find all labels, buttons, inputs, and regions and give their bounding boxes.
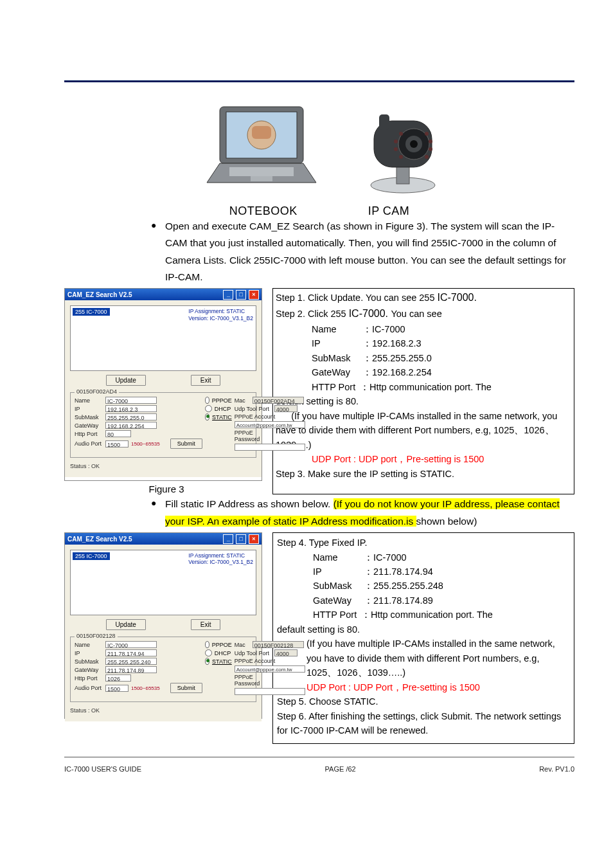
ip-l: IP (313, 565, 361, 579)
instruction-box-1: Step 1. Click Update. You can see 255 IC… (272, 288, 574, 494)
udptool-input: 4000 (274, 405, 298, 412)
pppoe-password-input[interactable] (235, 688, 305, 695)
ip-assignment: IP Assignment: STATIC (188, 552, 253, 559)
window-buttons: _ □ × (222, 534, 259, 544)
sub-v: ：255.255.255.248 (364, 581, 443, 591)
page-footer: IC-7000 USER'S GUIDE PAGE /62 Rev. PV1.0 (64, 763, 574, 786)
window-buttons: _ □ × (222, 290, 259, 300)
udptool-label: Udp Tool Port (235, 650, 272, 656)
figure-caption: Figure 3 (64, 481, 269, 494)
http-v: ：Http communication port. The (361, 610, 493, 620)
udp-text: UDP Port : UDP Port，Pre-setting is 1500 (277, 680, 569, 694)
step4: Step 4. Type Fixed IP. (277, 536, 569, 550)
svg-rect-5 (229, 167, 294, 176)
sub-l: SubMask (313, 579, 361, 593)
svg-rect-6 (251, 176, 272, 181)
camera-list[interactable]: 255 IC-7000 IP Assignment: STATIC Versio… (70, 305, 256, 371)
maximize-icon[interactable]: □ (236, 534, 246, 544)
step2-a: Step 2. Click 255 (276, 309, 349, 319)
gateway-label: GateWay (75, 422, 103, 429)
pppoe-account-label: PPPoE Account (235, 413, 277, 420)
ip-assignment: IP Assignment: STATIC (188, 308, 253, 314)
submit-button[interactable]: Submit (170, 439, 202, 449)
pppoe-radio[interactable] (205, 641, 209, 648)
step3: Step 3. Make sure the IP setting is STAT… (276, 467, 570, 481)
exit-button[interactable]: Exit (191, 619, 221, 630)
http-def: default setting is 80. (276, 394, 570, 408)
ip-l: IP (312, 336, 360, 350)
submask-input[interactable]: 255.255.255.0 (105, 413, 157, 420)
gw-l: GateWay (313, 593, 361, 608)
window-title: CAM_EZ Search V2.5 (67, 536, 132, 543)
svg-rect-3 (252, 126, 271, 139)
httpport-input[interactable]: 1026 (105, 674, 131, 682)
svg-point-13 (399, 132, 403, 136)
update-button[interactable]: Update (106, 619, 146, 630)
pppoe-label: PPPOE (212, 397, 232, 404)
dhcp-radio[interactable] (205, 649, 212, 656)
dhcp-radio[interactable] (205, 405, 212, 412)
close-icon[interactable]: × (249, 534, 259, 544)
screenshot-2: CAM_EZ Search V2.5 _ □ × 255 IC-7000 IP … (64, 532, 262, 719)
step1-a: Step 1. Click Update. You can see 255 (276, 293, 438, 303)
ip-input[interactable]: 192.168.2.3 (105, 405, 157, 412)
svg-point-19 (429, 147, 432, 151)
window-title: CAM_EZ Search V2.5 (67, 291, 132, 298)
gateway-input[interactable]: 211.78.174.89 (105, 666, 157, 673)
audioport-input[interactable]: 1500 (105, 440, 129, 448)
minimize-icon[interactable]: _ (223, 534, 233, 544)
static-radio[interactable] (205, 658, 209, 665)
window-titlebar: CAM_EZ Search V2.5 _ □ × (65, 533, 262, 545)
pppoe-account-input[interactable]: Account@pppoe.com.tw (235, 665, 305, 673)
pppoe-radio[interactable] (205, 397, 209, 404)
http-l: HTTP Port (313, 608, 361, 622)
exit-button[interactable]: Exit (191, 375, 221, 386)
gateway-input[interactable]: 192.168.2.254 (105, 422, 157, 429)
para2-text: Fill static IP Address as shown below. (… (165, 496, 574, 530)
mac-label: Mac (235, 397, 250, 404)
http-v: ：Http communication port. The (360, 382, 492, 392)
close-icon[interactable]: × (249, 290, 259, 300)
dhcp-label: DHCP (215, 650, 231, 656)
footer-right: Rev. PV1.0 (539, 765, 574, 773)
svg-point-16 (399, 155, 403, 159)
svg-point-12 (410, 140, 418, 148)
instruction-box-2: Step 4. Type Fixed IP. Name ：IC-7000 IP … (272, 532, 574, 744)
maximize-icon[interactable]: □ (236, 290, 246, 300)
audioport-input[interactable]: 1500 (105, 685, 129, 692)
list-item[interactable]: 255 IC-7000 (73, 552, 110, 560)
minimize-icon[interactable]: _ (223, 290, 233, 300)
step6: Step 6. After finishing the settings, cl… (277, 709, 569, 738)
name-v: ：IC-7000 (362, 324, 405, 334)
httpport-input[interactable]: 80 (105, 430, 131, 437)
hardware-illustration: NOTEBOOK IP CAM (64, 95, 574, 218)
update-button[interactable]: Update (106, 375, 146, 386)
pppoe-label: PPPOE (212, 642, 232, 648)
pppoe-account-input[interactable]: Account@pppoe.com.tw (235, 421, 305, 428)
httpport-label: Http Port (75, 431, 103, 437)
submit-button[interactable]: Submit (170, 683, 202, 693)
svg-point-18 (429, 140, 432, 143)
pppoe-password-input[interactable] (235, 444, 305, 451)
udptool-input: 4000 (274, 649, 298, 656)
submask-input[interactable]: 255.255.255.240 (105, 658, 157, 665)
static-radio[interactable] (205, 413, 209, 420)
ip-v: ：192.168.2.3 (362, 338, 422, 348)
step5: Step 5. Choose STATIC. (277, 694, 569, 709)
svg-rect-21 (379, 114, 389, 130)
ip-input[interactable]: 211.78.174.94 (105, 649, 157, 656)
list-item[interactable]: 255 IC-7000 (73, 308, 110, 316)
svg-point-17 (425, 132, 429, 136)
audioport-hint: 1500~65535 (131, 685, 160, 691)
gw-v: ：211.78.174.89 (364, 595, 433, 606)
header-rule (64, 80, 574, 82)
step2-b: IC-7000. (349, 308, 391, 319)
group-title: 00150F002128 (75, 633, 118, 639)
ip-label: IP (75, 406, 103, 412)
step1-b: IC-7000. (438, 292, 477, 303)
name-input[interactable]: IC-7000 (105, 397, 157, 404)
name-input[interactable]: IC-7000 (105, 641, 157, 648)
camera-list[interactable]: 255 IC-7000 IP Assignment: STATIC Versio… (70, 550, 256, 615)
bullet-icon: ● (151, 218, 165, 285)
status-text: Status : OK (70, 458, 256, 469)
